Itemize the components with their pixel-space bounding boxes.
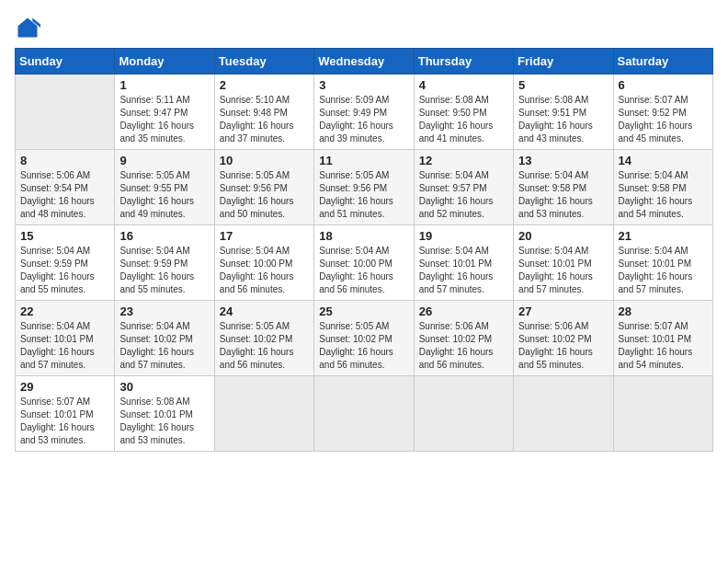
day-info: Sunrise: 5:11 AM Sunset: 9:47 PM Dayligh… [119, 94, 209, 145]
day-number: 5 [518, 78, 608, 92]
calendar-body: 1 Sunrise: 5:11 AM Sunset: 9:47 PM Dayli… [16, 75, 713, 452]
day-info: Sunrise: 5:05 AM Sunset: 10:02 PM Daylig… [220, 320, 309, 372]
day-number: 18 [319, 229, 408, 243]
calendar-table: SundayMondayTuesdayWednesdayThursdayFrid… [15, 48, 713, 452]
calendar-day-cell: 14 Sunrise: 5:04 AM Sunset: 9:58 PM Dayl… [613, 150, 712, 225]
calendar-day-cell: 24 Sunrise: 5:05 AM Sunset: 10:02 PM Day… [214, 301, 313, 376]
calendar-day-cell: 12 Sunrise: 5:04 AM Sunset: 9:57 PM Dayl… [414, 150, 513, 225]
day-number: 30 [119, 380, 209, 394]
calendar-day-cell [613, 376, 712, 452]
calendar-week-row: 29 Sunrise: 5:07 AM Sunset: 10:01 PM Day… [16, 376, 713, 452]
weekday-header: Wednesday [314, 49, 414, 75]
day-number: 20 [518, 229, 608, 243]
day-number: 17 [220, 229, 309, 243]
calendar-day-cell: 30 Sunrise: 5:08 AM Sunset: 10:01 PM Day… [115, 376, 214, 452]
calendar-day-cell [16, 75, 115, 150]
day-info: Sunrise: 5:06 AM Sunset: 10:02 PM Daylig… [419, 320, 508, 372]
day-info: Sunrise: 5:04 AM Sunset: 10:00 PM Daylig… [220, 245, 309, 296]
calendar-day-cell: 10 Sunrise: 5:05 AM Sunset: 9:56 PM Dayl… [214, 150, 313, 225]
weekday-header: Saturday [613, 49, 712, 75]
day-info: Sunrise: 5:04 AM Sunset: 10:01 PM Daylig… [518, 245, 608, 296]
calendar-day-cell: 22 Sunrise: 5:04 AM Sunset: 10:01 PM Day… [16, 301, 115, 376]
calendar-day-cell: 19 Sunrise: 5:04 AM Sunset: 10:01 PM Day… [414, 225, 513, 301]
day-number: 1 [119, 78, 209, 92]
day-info: Sunrise: 5:04 AM Sunset: 9:59 PM Dayligh… [20, 245, 109, 296]
calendar-day-cell: 6 Sunrise: 5:07 AM Sunset: 9:52 PM Dayli… [613, 75, 712, 150]
day-info: Sunrise: 5:05 AM Sunset: 10:02 PM Daylig… [319, 320, 408, 372]
day-info: Sunrise: 5:06 AM Sunset: 10:02 PM Daylig… [518, 320, 608, 372]
day-info: Sunrise: 5:04 AM Sunset: 9:57 PM Dayligh… [419, 169, 508, 221]
day-info: Sunrise: 5:04 AM Sunset: 10:01 PM Daylig… [20, 320, 109, 372]
day-info: Sunrise: 5:04 AM Sunset: 9:59 PM Dayligh… [119, 245, 209, 296]
day-number: 14 [619, 154, 708, 167]
day-info: Sunrise: 5:05 AM Sunset: 9:56 PM Dayligh… [319, 169, 408, 221]
calendar-day-cell: 29 Sunrise: 5:07 AM Sunset: 10:01 PM Day… [16, 376, 115, 452]
day-info: Sunrise: 5:04 AM Sunset: 9:58 PM Dayligh… [619, 169, 708, 221]
calendar-day-cell: 28 Sunrise: 5:07 AM Sunset: 10:01 PM Day… [613, 301, 712, 376]
calendar-day-cell: 26 Sunrise: 5:06 AM Sunset: 10:02 PM Day… [414, 301, 513, 376]
day-number: 21 [619, 229, 708, 243]
calendar-day-cell: 5 Sunrise: 5:08 AM Sunset: 9:51 PM Dayli… [514, 75, 613, 150]
day-number: 12 [419, 154, 508, 167]
calendar-day-cell: 1 Sunrise: 5:11 AM Sunset: 9:47 PM Dayli… [115, 75, 214, 150]
day-info: Sunrise: 5:07 AM Sunset: 9:52 PM Dayligh… [619, 94, 708, 145]
day-number: 2 [220, 78, 309, 92]
day-number: 19 [419, 229, 508, 243]
day-number: 16 [119, 229, 209, 243]
weekday-row: SundayMondayTuesdayWednesdayThursdayFrid… [16, 49, 713, 75]
day-number: 22 [20, 304, 109, 318]
calendar-day-cell: 11 Sunrise: 5:05 AM Sunset: 9:56 PM Dayl… [314, 150, 414, 225]
day-number: 28 [619, 304, 708, 318]
day-info: Sunrise: 5:04 AM Sunset: 10:01 PM Daylig… [619, 245, 708, 296]
weekday-header: Tuesday [214, 49, 313, 75]
day-number: 13 [518, 154, 608, 167]
calendar-day-cell: 18 Sunrise: 5:04 AM Sunset: 10:00 PM Day… [314, 225, 414, 301]
calendar-day-cell: 8 Sunrise: 5:06 AM Sunset: 9:54 PM Dayli… [16, 150, 115, 225]
day-info: Sunrise: 5:10 AM Sunset: 9:48 PM Dayligh… [220, 94, 309, 145]
calendar-day-cell: 23 Sunrise: 5:04 AM Sunset: 10:02 PM Day… [115, 301, 214, 376]
calendar-day-cell: 13 Sunrise: 5:04 AM Sunset: 9:58 PM Dayl… [514, 150, 613, 225]
calendar-week-row: 22 Sunrise: 5:04 AM Sunset: 10:01 PM Day… [16, 301, 713, 376]
day-info: Sunrise: 5:05 AM Sunset: 9:55 PM Dayligh… [119, 169, 209, 221]
calendar-day-cell [314, 376, 414, 452]
day-number: 10 [220, 154, 309, 167]
day-number: 4 [419, 78, 508, 92]
day-info: Sunrise: 5:08 AM Sunset: 10:01 PM Daylig… [119, 396, 209, 447]
calendar-day-cell: 3 Sunrise: 5:09 AM Sunset: 9:49 PM Dayli… [314, 75, 414, 150]
calendar-day-cell: 4 Sunrise: 5:08 AM Sunset: 9:50 PM Dayli… [414, 75, 513, 150]
day-info: Sunrise: 5:04 AM Sunset: 10:01 PM Daylig… [419, 245, 508, 296]
day-number: 9 [119, 154, 209, 167]
calendar-day-cell: 9 Sunrise: 5:05 AM Sunset: 9:55 PM Dayli… [115, 150, 214, 225]
logo [15, 15, 44, 40]
weekday-header: Thursday [414, 49, 513, 75]
day-number: 29 [20, 380, 109, 394]
day-number: 15 [20, 229, 109, 243]
calendar-day-cell [414, 376, 513, 452]
day-info: Sunrise: 5:08 AM Sunset: 9:51 PM Dayligh… [518, 94, 608, 145]
day-number: 3 [319, 78, 408, 92]
calendar-day-cell: 25 Sunrise: 5:05 AM Sunset: 10:02 PM Day… [314, 301, 414, 376]
day-number: 25 [319, 304, 408, 318]
calendar-day-cell: 2 Sunrise: 5:10 AM Sunset: 9:48 PM Dayli… [214, 75, 313, 150]
day-number: 11 [319, 154, 408, 167]
day-info: Sunrise: 5:06 AM Sunset: 9:54 PM Dayligh… [20, 169, 109, 221]
day-number: 26 [419, 304, 508, 318]
day-number: 6 [619, 78, 708, 92]
calendar-week-row: 15 Sunrise: 5:04 AM Sunset: 9:59 PM Dayl… [16, 225, 713, 301]
calendar-day-cell: 27 Sunrise: 5:06 AM Sunset: 10:02 PM Day… [514, 301, 613, 376]
calendar-day-cell: 20 Sunrise: 5:04 AM Sunset: 10:01 PM Day… [514, 225, 613, 301]
calendar-day-cell [214, 376, 313, 452]
calendar-day-cell: 16 Sunrise: 5:04 AM Sunset: 9:59 PM Dayl… [115, 225, 214, 301]
day-info: Sunrise: 5:09 AM Sunset: 9:49 PM Dayligh… [319, 94, 408, 145]
weekday-header: Sunday [16, 49, 115, 75]
day-info: Sunrise: 5:07 AM Sunset: 10:01 PM Daylig… [20, 396, 109, 447]
calendar-day-cell [514, 376, 613, 452]
calendar-day-cell: 17 Sunrise: 5:04 AM Sunset: 10:00 PM Day… [214, 225, 313, 301]
day-info: Sunrise: 5:08 AM Sunset: 9:50 PM Dayligh… [419, 94, 508, 145]
day-info: Sunrise: 5:04 AM Sunset: 9:58 PM Dayligh… [518, 169, 608, 221]
calendar-week-row: 1 Sunrise: 5:11 AM Sunset: 9:47 PM Dayli… [16, 75, 713, 150]
calendar-day-cell: 21 Sunrise: 5:04 AM Sunset: 10:01 PM Day… [613, 225, 712, 301]
day-number: 23 [119, 304, 209, 318]
day-info: Sunrise: 5:04 AM Sunset: 10:02 PM Daylig… [119, 320, 209, 372]
calendar-header: SundayMondayTuesdayWednesdayThursdayFrid… [16, 49, 713, 75]
